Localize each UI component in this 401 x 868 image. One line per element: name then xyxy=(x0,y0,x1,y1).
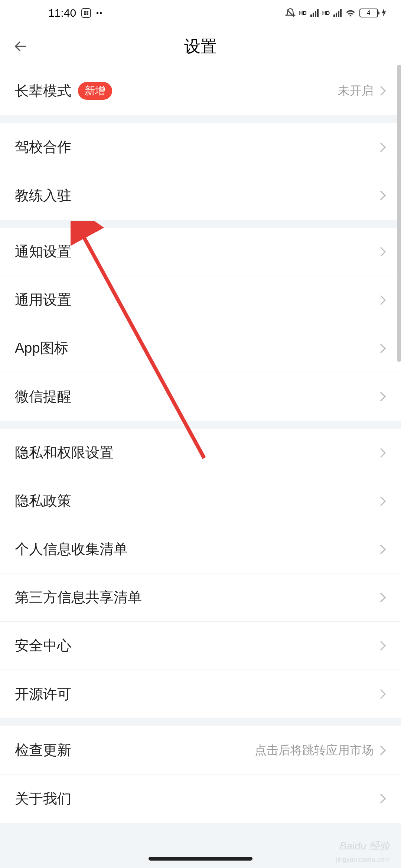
chevron-right-icon xyxy=(379,592,386,603)
battery-icon: 4 xyxy=(359,9,378,17)
row-coach-registration[interactable]: 教练入驻 xyxy=(0,171,401,220)
row-label: 隐私和权限设置 xyxy=(15,443,114,462)
status-time: 11:40 xyxy=(48,7,76,19)
app-switcher-icon xyxy=(81,8,91,18)
row-label: 第三方信息共享清单 xyxy=(15,588,142,607)
chevron-right-icon xyxy=(379,142,386,153)
row-label: 教练入驻 xyxy=(15,186,71,205)
row-open-source-license[interactable]: 开源许可 xyxy=(0,670,401,718)
row-privacy-permissions[interactable]: 隐私和权限设置 xyxy=(0,429,401,477)
svg-rect-0 xyxy=(84,11,86,13)
chevron-right-icon xyxy=(379,496,386,507)
status-bar: 11:40 •• HD HD 4 xyxy=(0,0,401,26)
section-general: 通知设置 通用设置 App图标 微信提醒 xyxy=(0,228,401,421)
row-label: 通知设置 xyxy=(15,242,71,261)
back-arrow-icon xyxy=(13,39,28,54)
more-dots-icon: •• xyxy=(96,9,103,17)
chevron-right-icon xyxy=(379,447,386,458)
row-privacy-policy[interactable]: 隐私政策 xyxy=(0,477,401,525)
row-label: App图标 xyxy=(15,339,68,358)
chevron-right-icon xyxy=(379,391,386,402)
section-about: 检查更新 点击后将跳转应用市场 关于我们 xyxy=(0,726,401,823)
row-label: 关于我们 xyxy=(15,789,71,808)
chevron-right-icon xyxy=(379,343,386,354)
status-right: HD HD 4 xyxy=(285,7,386,19)
chevron-right-icon xyxy=(379,745,386,756)
hd-label-1: HD xyxy=(299,10,307,16)
chevron-right-icon xyxy=(379,85,386,96)
chevron-right-icon xyxy=(379,190,386,201)
chevron-right-icon xyxy=(379,640,386,651)
section-privacy: 隐私和权限设置 隐私政策 个人信息收集清单 第三方信息共享清单 安全中心 开源许… xyxy=(0,429,401,718)
chevron-right-icon xyxy=(379,295,386,306)
row-check-update[interactable]: 检查更新 点击后将跳转应用市场 xyxy=(0,726,401,775)
svg-rect-3 xyxy=(87,13,88,15)
row-security-center[interactable]: 安全中心 xyxy=(0,622,401,670)
row-driving-school-cooperation[interactable]: 驾校合作 xyxy=(0,123,401,171)
row-label: 驾校合作 xyxy=(15,138,71,157)
charging-icon xyxy=(382,7,386,19)
row-value: 未开启 xyxy=(338,83,374,99)
row-label: 通用设置 xyxy=(15,290,71,309)
wifi-icon xyxy=(345,9,356,17)
svg-rect-2 xyxy=(84,13,86,15)
new-badge: 新增 xyxy=(78,82,112,99)
section-elder-mode: 长辈模式 新增 未开启 xyxy=(0,67,401,115)
chevron-right-icon xyxy=(379,246,386,257)
row-label: 隐私政策 xyxy=(15,491,71,510)
signal-icon-2 xyxy=(333,9,342,17)
row-label: 个人信息收集清单 xyxy=(15,540,128,559)
row-app-icon[interactable]: App图标 xyxy=(0,324,401,372)
row-label: 检查更新 xyxy=(15,741,71,760)
row-value: 点击后将跳转应用市场 xyxy=(255,742,374,759)
row-label: 开源许可 xyxy=(15,685,71,704)
row-label: 安全中心 xyxy=(15,636,71,655)
svg-rect-1 xyxy=(87,11,88,13)
row-label: 长辈模式 xyxy=(15,82,71,101)
battery-level: 4 xyxy=(367,10,371,16)
watermark: Baidu 经验 xyxy=(340,839,390,853)
signal-icon-1 xyxy=(310,9,319,17)
row-third-party-sharing[interactable]: 第三方信息共享清单 xyxy=(0,573,401,622)
row-wechat-reminder[interactable]: 微信提醒 xyxy=(0,372,401,421)
row-label: 微信提醒 xyxy=(15,387,71,406)
home-indicator[interactable] xyxy=(149,857,252,861)
row-notification-settings[interactable]: 通知设置 xyxy=(0,228,401,276)
row-elder-mode[interactable]: 长辈模式 新增 未开启 xyxy=(0,67,401,115)
status-left: 11:40 •• xyxy=(48,7,103,19)
page-title: 设置 xyxy=(184,36,217,57)
app-header: 设置 xyxy=(0,26,401,67)
row-personal-info-collection[interactable]: 个人信息收集清单 xyxy=(0,525,401,573)
mute-icon xyxy=(285,8,296,18)
chevron-right-icon xyxy=(379,544,386,555)
scrollbar[interactable] xyxy=(397,65,401,362)
hd-label-2: HD xyxy=(322,10,330,16)
section-partnership: 驾校合作 教练入驻 xyxy=(0,123,401,220)
row-about-us[interactable]: 关于我们 xyxy=(0,775,401,823)
chevron-right-icon xyxy=(379,793,386,804)
watermark-sub: jingyan.baidu.com xyxy=(336,856,390,864)
back-button[interactable] xyxy=(11,37,30,56)
row-general-settings[interactable]: 通用设置 xyxy=(0,276,401,324)
chevron-right-icon xyxy=(379,688,386,700)
